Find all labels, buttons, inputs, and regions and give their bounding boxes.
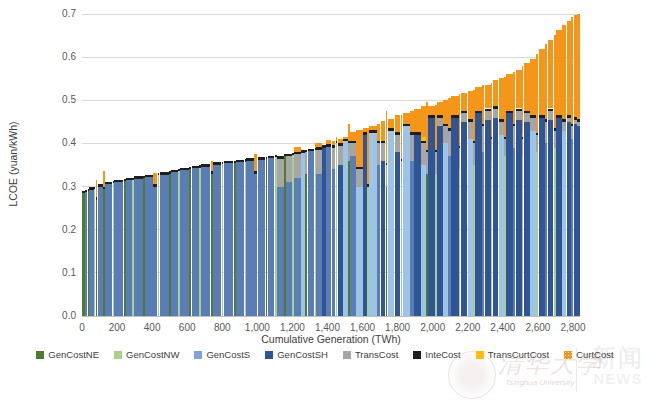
legend-item-transcurtcost: TransCurtCost: [476, 349, 549, 360]
gen-cost-segment: [126, 180, 132, 316]
gen-cost-segment: [268, 158, 275, 316]
gen-cost-segment: [485, 120, 491, 316]
gen-cost-segment: [562, 131, 567, 317]
inte-cost-segment: [343, 139, 348, 142]
supply-curve-bar: [506, 74, 513, 316]
supply-curve-bar: [153, 173, 157, 316]
trans-cost-segment: [516, 111, 522, 120]
gen-cost-segment: [350, 156, 356, 316]
gridline: [82, 57, 580, 58]
inte-cost-segment: [114, 180, 123, 183]
inte-cost-segment: [562, 119, 567, 122]
legend: GenCostNEGenCostNWGenCostSGenCostSHTrans…: [40, 349, 610, 360]
supply-curve-bar: [192, 166, 199, 316]
y-tick-label: 0.3: [50, 181, 76, 193]
tsinghua-university-watermark: Tsinghua University: [505, 378, 575, 387]
inte-cost-segment: [98, 184, 103, 187]
trans-cost-segment: [395, 135, 401, 152]
curt-cost-segment: [475, 87, 482, 111]
inte-cost-segment: [556, 115, 561, 118]
supply-curve-bar: [388, 119, 395, 316]
legend-label: GenCostS: [206, 349, 250, 360]
inte-cost-segment: [499, 119, 504, 122]
inte-cost-segment: [493, 106, 499, 109]
gen-cost-segment: [308, 151, 315, 316]
supply-curve-bar: [516, 70, 522, 316]
gen-cost-segment: [316, 174, 322, 316]
supply-curve-bar: [451, 96, 458, 316]
gen-cost-segment: [468, 139, 473, 316]
gen-cost-segment: [145, 177, 152, 316]
inte-cost-segment: [192, 166, 199, 169]
curt-cost-segment: [294, 147, 301, 151]
supply-curve-bar: [180, 168, 188, 316]
inte-cost-segment: [381, 141, 386, 144]
y-tick-label: 0.5: [50, 94, 76, 106]
gen-cost-segment: [506, 113, 513, 316]
curt-cost-segment: [524, 63, 530, 110]
supply-curve-bar: [258, 157, 265, 316]
supply-curve-bar: [160, 172, 169, 316]
y-tick-label: 0.2: [50, 224, 76, 236]
trans-cost-segment: [294, 154, 301, 178]
plot-area: [82, 14, 580, 317]
supply-curve-bar: [493, 80, 499, 316]
gen-cost-segment: [403, 126, 410, 316]
supply-curve-bar: [294, 147, 301, 316]
y-tick-label: 0.4: [50, 137, 76, 149]
inte-cost-segment: [236, 160, 244, 163]
inte-cost-segment: [134, 176, 142, 179]
curt-cost-segment: [539, 49, 545, 115]
supply-curve-bar: [350, 132, 356, 316]
legend-label: InteCost: [425, 349, 460, 360]
curt-cost-segment: [443, 100, 448, 124]
legend-label: GenCostNW: [126, 349, 179, 360]
curt-cost-segment: [493, 80, 499, 106]
trans-cost-segment: [350, 143, 356, 156]
legend-swatch: [36, 351, 44, 359]
supply-curve-bar: [428, 106, 435, 316]
gen-cost-segment: [201, 167, 210, 316]
inte-cost-segment: [350, 141, 356, 144]
inte-cost-segment: [356, 167, 363, 170]
gen-cost-segment: [567, 122, 571, 316]
gen-cost-segment: [89, 190, 94, 316]
gen-cost-segment: [539, 118, 545, 316]
inte-cost-segment: [153, 184, 157, 187]
legend-swatch: [564, 351, 572, 359]
supply-curve-bar: [403, 113, 410, 316]
curt-cost-segment: [530, 59, 536, 115]
gen-cost-segment: [443, 143, 448, 316]
supply-curve-bar: [171, 170, 178, 316]
inte-cost-segment: [475, 111, 482, 114]
gen-cost-segment: [180, 170, 188, 316]
trans-cost-segment: [548, 111, 554, 120]
legend-label: GenCostSH: [277, 349, 328, 360]
gen-cost-segment: [326, 147, 331, 316]
gen-cost-segment: [192, 168, 199, 316]
curt-cost-segment: [338, 139, 343, 143]
gen-cost-segment: [171, 172, 178, 316]
supply-curve-bar: [363, 128, 367, 316]
curt-cost-segment: [381, 121, 386, 140]
gen-cost-segment: [338, 165, 343, 316]
supply-curve-bar: [268, 156, 275, 316]
supply-curve-bar: [301, 150, 305, 316]
gridline: [82, 14, 580, 15]
supply-curve-bar: [356, 130, 363, 316]
supply-curve-bar: [395, 115, 401, 316]
trans-cost-segment: [332, 148, 336, 170]
trans-cost-segment: [316, 150, 322, 174]
gen-cost-segment: [556, 118, 561, 316]
trans-cost-segment: [286, 156, 292, 182]
inte-cost-segment: [338, 143, 343, 146]
trans-cost-segment: [277, 159, 284, 187]
legend-label: TransCurtCost: [488, 349, 549, 360]
trans-cost-segment: [524, 113, 530, 122]
gen-cost-segment: [437, 126, 443, 316]
supply-curve-bar: [414, 108, 421, 316]
x-axis-title: Cumulative Generation (TWh): [82, 333, 580, 345]
supply-curve-bar: [539, 49, 545, 316]
curt-cost-segment: [548, 40, 554, 109]
y-tick-label: 0.7: [50, 8, 76, 20]
